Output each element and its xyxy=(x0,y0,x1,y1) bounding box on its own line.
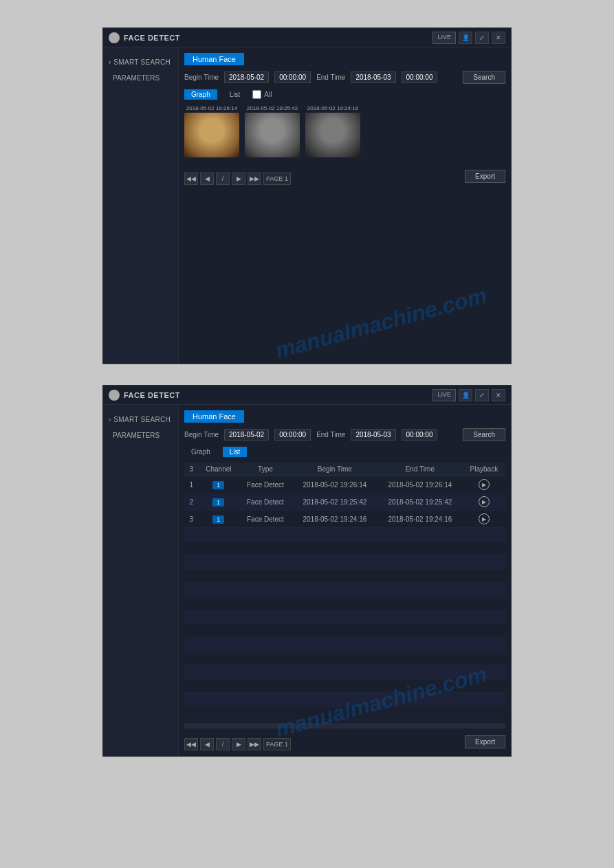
row-playback[interactable]: ▶ xyxy=(463,476,505,493)
playback-button[interactable]: ▶ xyxy=(479,479,490,490)
close-icon[interactable]: ✕ xyxy=(492,32,505,44)
row-end: 2018-05-02 19:25:42 xyxy=(377,493,463,511)
prev-page-button[interactable]: ◀ xyxy=(200,173,214,185)
empty-row xyxy=(184,706,505,720)
panel2-user-icon[interactable]: 👤 xyxy=(459,389,472,401)
col-begin-time: Begin Time xyxy=(292,463,377,476)
empty-row xyxy=(184,597,505,610)
row-playback[interactable]: ▶ xyxy=(463,511,505,528)
panel-graph-view: FACE DETECT LIVE 👤 ⤢ ✕ › SMART SEARCH PA… xyxy=(102,27,512,364)
export-button[interactable]: Export xyxy=(465,170,505,183)
row-num: 1 xyxy=(184,476,199,493)
panel2-pagination-row: ◀◀ ◀ / ▶ ▶▶ Export xyxy=(184,728,505,750)
results-table: 3 Channel Type Begin Time End Time Playb… xyxy=(184,463,505,720)
panel2-header: FACE DETECT LIVE 👤 ⤢ ✕ xyxy=(103,386,511,405)
row-channel: 1 xyxy=(199,493,239,511)
image-item-1[interactable]: 2018-05-02 19:26:14 xyxy=(184,105,239,157)
empty-row xyxy=(184,638,505,652)
panel2-begin-time[interactable]: 00:00:00 xyxy=(274,429,311,441)
panel2-list-view-button[interactable]: List xyxy=(223,447,248,457)
panel2-next-page-button[interactable]: ▶ xyxy=(232,738,245,750)
playback-button[interactable]: ▶ xyxy=(479,513,490,524)
table-row: 3 1 Face Detect 2018-05-02 19:24:16 2018… xyxy=(184,511,505,528)
next-page-button[interactable]: ▶ xyxy=(232,173,245,185)
panel2-end-time[interactable]: 00:00:00 xyxy=(402,429,438,441)
row-channel: 1 xyxy=(199,511,239,528)
panel2-tab-human-face[interactable]: Human Face xyxy=(184,410,244,423)
panel2-main-content: Human Face Begin Time 2018-05-02 00:00:0… xyxy=(179,405,511,756)
row-num: 2 xyxy=(184,493,199,511)
tab-bar: Human Face xyxy=(184,53,505,65)
header-controls: LIVE 👤 ⤢ ✕ xyxy=(432,32,505,44)
face-thumb-1[interactable] xyxy=(184,113,239,157)
col-type: Type xyxy=(239,463,292,476)
row-begin: 2018-05-02 19:26:14 xyxy=(292,476,377,493)
playback-button[interactable]: ▶ xyxy=(479,496,490,507)
empty-row xyxy=(184,555,505,569)
user-icon[interactable]: 👤 xyxy=(459,32,472,44)
panel2-first-page-button[interactable]: ◀◀ xyxy=(184,738,198,750)
row-end: 2018-05-02 19:24:16 xyxy=(377,511,463,528)
panel2-export-button[interactable]: Export xyxy=(465,735,505,748)
panel2-graph-view-button[interactable]: Graph xyxy=(184,447,217,457)
last-page-button[interactable]: ▶▶ xyxy=(248,173,261,185)
pagination-row: ◀◀ ◀ / ▶ ▶▶ Export xyxy=(184,163,505,185)
panel2-sidebar-smart-search[interactable]: › SMART SEARCH xyxy=(103,412,178,427)
table-row: 1 1 Face Detect 2018-05-02 19:26:14 2018… xyxy=(184,476,505,493)
panel2-last-page-button[interactable]: ▶▶ xyxy=(248,738,261,750)
panel2-datetime-row: Begin Time 2018-05-02 00:00:00 End Time … xyxy=(184,428,505,441)
all-label: All xyxy=(264,91,272,98)
datetime-row: Begin Time 2018-05-02 00:00:00 End Time … xyxy=(184,71,505,84)
panel2-search-button[interactable]: Search xyxy=(463,428,505,441)
page-input[interactable] xyxy=(263,173,291,185)
panel2-parameters-label: PARAMETERS xyxy=(103,427,178,442)
row-begin: 2018-05-02 19:25:42 xyxy=(292,493,377,511)
panel2-begin-date[interactable]: 2018-05-02 xyxy=(224,429,269,441)
view-toggle: Graph List All xyxy=(184,89,505,100)
panel2-close-icon[interactable]: ✕ xyxy=(492,389,505,401)
begin-date[interactable]: 2018-05-02 xyxy=(224,71,269,83)
row-playback[interactable]: ▶ xyxy=(463,493,505,511)
live-button[interactable]: LIVE xyxy=(432,32,456,44)
face-thumb-3[interactable] xyxy=(305,113,360,157)
row-type: Face Detect xyxy=(239,493,292,511)
empty-row xyxy=(184,652,505,665)
empty-row xyxy=(184,528,505,542)
sidebar-smart-search[interactable]: › SMART SEARCH xyxy=(103,54,178,70)
arrow-icon: › xyxy=(109,58,111,66)
face-thumb-2[interactable] xyxy=(245,113,300,157)
empty-row xyxy=(184,542,505,555)
panel2-prev-page-button[interactable]: ◀ xyxy=(200,738,214,750)
panel2-view-toggle: Graph List xyxy=(184,447,505,457)
col-playback: Playback xyxy=(463,463,505,476)
panel2-live-button[interactable]: LIVE xyxy=(432,389,456,401)
end-date[interactable]: 2018-05-03 xyxy=(351,71,395,83)
expand-icon[interactable]: ⤢ xyxy=(475,32,489,44)
panel-header: FACE DETECT LIVE 👤 ⤢ ✕ xyxy=(103,28,511,47)
search-button[interactable]: Search xyxy=(463,71,505,84)
checkbox-all-container: All xyxy=(252,90,272,99)
image-item-2[interactable]: 2018-05-02 19:25:42 xyxy=(245,105,300,157)
image-item-3[interactable]: 2018-05-02 19:24:16 xyxy=(305,105,360,157)
empty-row xyxy=(184,610,505,624)
panel2-expand-icon[interactable]: ⤢ xyxy=(475,389,489,401)
end-time[interactable]: 00:00:00 xyxy=(402,71,438,83)
panel2-end-date[interactable]: 2018-05-03 xyxy=(351,429,395,441)
all-checkbox[interactable] xyxy=(252,90,261,99)
timestamp-1: 2018-05-02 19:26:14 xyxy=(186,105,237,111)
row-type: Face Detect xyxy=(239,476,292,493)
begin-time[interactable]: 00:00:00 xyxy=(274,71,311,83)
panel2-page-input[interactable] xyxy=(263,738,291,750)
first-page-button[interactable]: ◀◀ xyxy=(184,173,198,185)
empty-row xyxy=(184,583,505,597)
list-view-button[interactable]: List xyxy=(223,89,248,100)
panel-list-view: FACE DETECT LIVE 👤 ⤢ ✕ › SMART SEARCH PA… xyxy=(102,385,512,757)
panel2-tab-bar: Human Face xyxy=(184,410,505,423)
end-time-label: End Time xyxy=(316,74,345,81)
tab-human-face[interactable]: Human Face xyxy=(184,53,244,65)
graph-view-button[interactable]: Graph xyxy=(184,89,217,100)
parameters-label: PARAMETERS xyxy=(103,70,178,85)
empty-row xyxy=(184,569,505,583)
scrollbar[interactable] xyxy=(184,723,505,728)
main-content: Human Face Begin Time 2018-05-02 00:00:0… xyxy=(179,47,511,364)
